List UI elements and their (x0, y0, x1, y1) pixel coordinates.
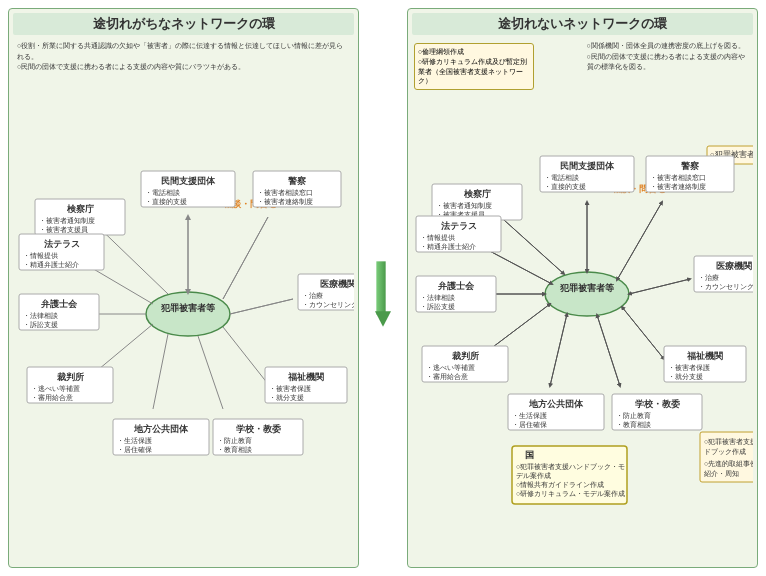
svg-line-70 (550, 314, 567, 386)
svg-text:・被害者保護: ・被害者保護 (269, 385, 311, 392)
svg-text:・逃べい等補置: ・逃べい等補置 (31, 385, 80, 392)
svg-rect-29 (298, 274, 354, 310)
svg-text:法テラス: 法テラス (441, 221, 477, 231)
svg-text:・治療: ・治療 (698, 274, 719, 281)
left-panel: 途切れがちなネットワークの環 ○役割・所業に関する共通認識の欠如や「被害者」の際… (8, 8, 359, 568)
svg-text:・直接的支援: ・直接的支援 (544, 183, 586, 190)
svg-line-10 (153, 334, 168, 409)
svg-text:・被害者通知制度: ・被害者通知制度 (39, 217, 95, 224)
svg-line-69 (550, 314, 567, 386)
svg-rect-84 (540, 156, 634, 192)
svg-text:警察: 警察 (681, 160, 700, 171)
svg-text:・審用給合意: ・審用給合意 (31, 394, 73, 401)
svg-text:相談・問合せ: 相談・問合せ (222, 199, 277, 209)
svg-text:医療機関: 医療機関 (716, 260, 752, 271)
svg-text:○犯罪被害者支援ハンドブック・モ: ○犯罪被害者支援ハンドブック・モ (516, 463, 625, 470)
left-network-svg: 犯罪被害者等 (13, 99, 354, 569)
svg-text:ドブック作成: ドブック作成 (704, 448, 746, 455)
svg-text:・法律相談: ・法律相談 (420, 294, 455, 302)
svg-text:・逃べい等補置: ・逃べい等補置 (426, 364, 475, 371)
svg-text:・治療: ・治療 (302, 292, 323, 299)
svg-text:学校・教委: 学校・教委 (635, 399, 681, 409)
svg-line-5 (223, 217, 268, 299)
svg-text:・精通弁護士紹介: ・精通弁護士紹介 (23, 261, 79, 269)
svg-text:・法律相談: ・法律相談 (23, 312, 58, 320)
svg-line-65 (622, 307, 664, 359)
svg-text:・情報提供: ・情報提供 (23, 252, 58, 260)
svg-text:・生活保護: ・生活保護 (117, 437, 152, 444)
svg-text:・防止教育: ・防止教育 (217, 436, 252, 445)
svg-text:・情報提供: ・情報提供 (420, 234, 455, 242)
svg-line-11 (81, 324, 153, 384)
right-content: ○関係機関・団体全員の連携密度の底上げを図る。 ○民間の団体で支援に携わる者によ… (412, 39, 753, 569)
svg-text:○先進的取組事例の: ○先進的取組事例の (704, 460, 753, 467)
svg-text:犯罪被害者等: 犯罪被害者等 (559, 282, 614, 293)
right-panel: 途切れないネットワークの環 ○関係機関・団体全員の連携密度の底上げを図る。 ○民… (407, 8, 758, 568)
left-title: 途切れがちなネットワークの環 (13, 13, 354, 35)
svg-text:裁判所: 裁判所 (57, 372, 84, 382)
svg-rect-120 (664, 346, 746, 382)
svg-point-57 (545, 272, 629, 316)
svg-text:民間支援団体: 民間支援団体 (161, 176, 216, 186)
left-notes: ○役割・所業に関する共通認識の欠如や「被害者」の際に伝達する情報と伝達してほしい… (13, 39, 354, 77)
main-container: 途切れがちなネットワークの環 ○役割・所業に関する共通認識の欠如や「被害者」の際… (0, 0, 766, 576)
svg-rect-116 (612, 394, 702, 430)
svg-text:・被害者支援員: ・被害者支援員 (436, 211, 485, 219)
svg-text:学校・教委: 学校・教委 (236, 424, 282, 434)
svg-rect-81 (707, 146, 753, 164)
svg-text:○犯罪被害者申告書の: ○犯罪被害者申告書の (710, 150, 753, 159)
svg-rect-45 (113, 419, 209, 455)
svg-line-6 (230, 299, 293, 314)
svg-text:弁護士会: 弁護士会 (41, 299, 78, 309)
svg-text:弁護士会: 弁護士会 (438, 281, 475, 291)
svg-rect-17 (141, 171, 235, 207)
svg-text:福祉機関: 福祉機関 (287, 372, 324, 382)
svg-line-61 (617, 202, 662, 280)
svg-text:・電話相談: ・電話相談 (145, 189, 180, 197)
svg-line-77 (484, 202, 564, 274)
svg-line-8 (223, 327, 268, 384)
svg-text:検察庁: 検察庁 (463, 188, 491, 199)
svg-text:・教育相談: ・教育相談 (217, 445, 252, 454)
svg-text:検察庁: 検察庁 (66, 203, 94, 214)
svg-line-14 (88, 217, 168, 294)
svg-rect-96 (694, 256, 753, 292)
svg-text:法テラス: 法テラス (44, 239, 80, 249)
svg-text:紹介・周知: 紹介・周知 (703, 470, 739, 478)
svg-text:・被害者相談窓口: ・被害者相談窓口 (650, 174, 706, 182)
svg-text:・教育相談: ・教育相談 (616, 420, 651, 429)
svg-text:・訴訟支援: ・訴訟支援 (420, 303, 455, 310)
svg-text:○犯罪被害者支援ハン: ○犯罪被害者支援ハン (704, 438, 753, 445)
svg-text:・居住確保: ・居住確保 (512, 421, 547, 428)
right-notes: ○関係機関・団体全員の連携密度の底上げを図る。 ○民間の団体で支援に携わる者によ… (583, 39, 754, 77)
svg-rect-49 (213, 419, 303, 455)
svg-text:支援・援助: 支援・援助 (462, 184, 507, 194)
svg-line-9 (198, 336, 223, 409)
svg-text:犯罪被害者等: 犯罪被害者等 (160, 302, 215, 313)
svg-line-4 (223, 217, 268, 299)
svg-rect-33 (19, 234, 104, 270)
svg-rect-92 (432, 184, 522, 220)
right-title: 途切れないネットワークの環 (412, 13, 753, 35)
arrow-connector (367, 8, 399, 568)
svg-text:・直接的支援: ・直接的支援 (145, 198, 187, 205)
svg-text:地方公共団体: 地方公共団体 (133, 423, 189, 434)
svg-text:・被害者連絡制度: ・被害者連絡制度 (650, 183, 706, 190)
svg-text:民間支援団体: 民間支援団体 (560, 161, 615, 171)
svg-rect-88 (646, 156, 734, 192)
svg-text:国: 国 (525, 450, 534, 460)
svg-text:・訴訟支援: ・訴訟支援 (23, 321, 58, 328)
svg-line-63 (629, 279, 690, 294)
svg-text:・就分支援: ・就分支援 (668, 373, 703, 380)
svg-text:○研修カリキュラム・モデル案作成: ○研修カリキュラム・モデル案作成 (516, 489, 625, 498)
right-network-svg: 犯罪被害者等 (412, 94, 753, 569)
svg-text:デル案作成: デル案作成 (516, 471, 551, 479)
svg-rect-25 (35, 199, 125, 235)
svg-text:・審用給合意: ・審用給合意 (426, 373, 468, 380)
svg-line-68 (597, 315, 620, 386)
svg-text:活用: 活用 (710, 160, 726, 169)
renketsu-note: ○倫理綱領作成 ○研修カリキュラム作成及び暫定別業者（全国被害者支援ネットワーク… (414, 43, 534, 90)
svg-text:・精通弁護士紹介: ・精通弁護士紹介 (420, 243, 476, 251)
svg-line-67 (597, 315, 620, 386)
svg-line-78 (484, 202, 564, 274)
